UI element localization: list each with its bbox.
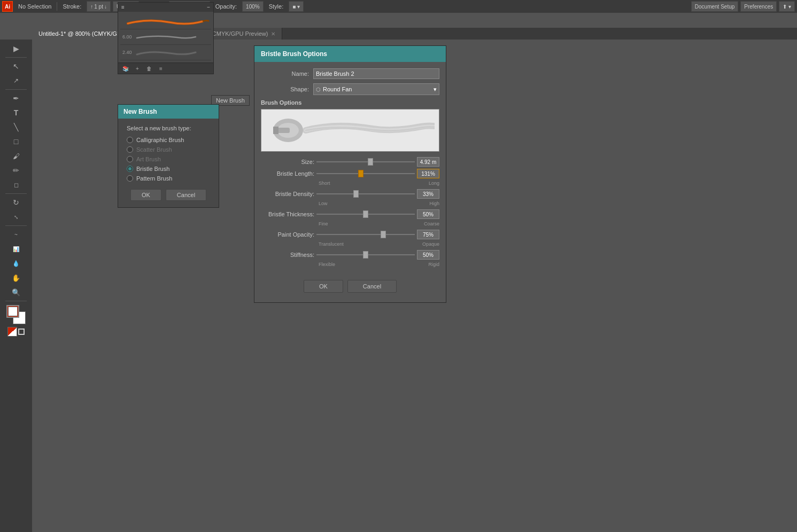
bristle-density-hint-left: Low [319, 201, 328, 206]
brush-options-label: Brush Options [261, 99, 439, 106]
graph-tool[interactable]: 📊 [9, 242, 23, 256]
paint-opacity-hint-left: Translucent [319, 241, 344, 247]
paint-opacity-thumb[interactable] [381, 231, 386, 238]
bristle-ok-button[interactable]: OK [304, 280, 343, 293]
style-label: Style: [266, 2, 287, 11]
tab-close-studio[interactable]: ✕ [271, 31, 275, 37]
stiffness-track [316, 254, 415, 255]
opacity-value[interactable]: 100% [242, 1, 264, 12]
radio-circle-calligraphic [127, 137, 133, 143]
stiffness-slider[interactable] [316, 251, 415, 259]
brush-size-2: 6.00 [122, 34, 132, 40]
bristle-length-row: Bristle Length: 131% [261, 169, 439, 178]
selection-tool[interactable]: ↖ [9, 59, 23, 73]
new-brush-cancel-button[interactable]: Cancel [166, 189, 206, 201]
document-setup-button[interactable]: Document Setup [691, 1, 739, 12]
brush-panel-collapse[interactable]: − [207, 4, 210, 10]
brush-preview-1 [122, 15, 209, 28]
bristle-length-slider[interactable] [316, 170, 415, 177]
bristle-thickness-thumb[interactable] [363, 210, 368, 218]
brush-delete-button[interactable]: 🗑 [144, 64, 154, 73]
stiffness-value: 50% [417, 250, 439, 260]
shape-field-row: Shape: ⬡ Round Fan ▾ [261, 83, 439, 95]
style-select[interactable]: ■ ▾ [289, 1, 304, 12]
paint-opacity-label: Paint Opacity: [261, 231, 314, 238]
shape-value: Round Fan [323, 86, 352, 92]
color-indicators [6, 305, 26, 324]
brush-size-3: 2.40 [122, 50, 132, 55]
shape-dropdown-arrow: ▾ [434, 86, 437, 93]
name-input[interactable] [313, 68, 439, 79]
warp-tool[interactable]: ~ [9, 228, 23, 241]
tool-separator-4 [5, 225, 27, 226]
eyedropper-tool[interactable]: 💧 [9, 256, 23, 270]
line-tool[interactable]: ╲ [9, 120, 23, 134]
bristle-thickness-track [316, 214, 415, 215]
brush-panel-content: 6.00 2.40 [118, 12, 213, 62]
bristle-dialog-buttons: OK Cancel [261, 275, 439, 296]
none-indicator[interactable] [18, 328, 25, 335]
bristle-density-slider[interactable] [316, 190, 415, 198]
bristle-brush-dialog: Bristle Brush Options Name: Shape: ⬡ Rou… [254, 45, 446, 303]
bristle-length-thumb[interactable] [358, 170, 363, 177]
stiffness-label: Stiffness: [261, 252, 314, 258]
radio-bristle[interactable]: Bristle Brush [127, 166, 210, 172]
direct-selection-tool[interactable]: ↗ [9, 74, 23, 88]
type-tool[interactable]: T [9, 106, 23, 120]
foreground-color[interactable] [6, 305, 19, 318]
app-logo: Ai [2, 1, 13, 12]
preferences-button[interactable]: Preferences [740, 1, 777, 12]
brush-panel-header: ≡ − [118, 3, 213, 12]
bristle-length-hint-left: Short [319, 181, 330, 186]
brush-options-button[interactable]: ≡ [156, 64, 166, 73]
bristle-cancel-button[interactable]: Cancel [347, 280, 397, 293]
size-thumb[interactable] [368, 158, 373, 166]
bristle-thickness-slider[interactable] [316, 210, 415, 218]
radio-label-calligraphic: Calligraphic Brush [136, 137, 184, 143]
scale-tool[interactable]: ⤡ [9, 210, 23, 224]
zoom-tool[interactable]: 🔍 [9, 285, 23, 299]
stiffness-thumb[interactable] [363, 251, 368, 259]
selection-indicator: No Selection [15, 2, 55, 11]
radio-label-bristle: Bristle Brush [136, 166, 169, 172]
radio-calligraphic[interactable]: Calligraphic Brush [127, 137, 210, 143]
brush-item-2[interactable]: 6.00 [120, 29, 211, 45]
bristle-thickness-hint-right: Coarse [424, 221, 439, 226]
brush-new-button[interactable]: + [132, 64, 143, 73]
radio-pattern[interactable]: Pattern Brush [127, 175, 210, 182]
stiffness-hint-left: Flexible [319, 262, 335, 267]
pencil-tool[interactable]: ✏ [9, 163, 23, 177]
eraser-tool[interactable]: ◻ [9, 178, 23, 192]
radio-circle-art [127, 156, 133, 162]
play-button[interactable]: ▶ [9, 42, 23, 56]
bristle-density-thumb[interactable] [353, 190, 359, 198]
share-button[interactable]: ⬆ ▾ [779, 1, 795, 12]
rect-tool[interactable]: □ [9, 135, 23, 148]
brush-preview-box [261, 109, 439, 152]
tool-separator-5 [5, 301, 27, 301]
paint-opacity-value: 75% [417, 230, 439, 239]
left-toolbar: ▶ ↖ ↗ ✒ T ╲ □ 🖌 ✏ ◻ ↻ ⤡ ~ 📊 💧 ✋ 🔍 [0, 40, 32, 532]
size-slider[interactable] [316, 158, 415, 166]
paint-opacity-track [316, 234, 415, 235]
bristle-density-track [316, 193, 415, 194]
paintbrush-tool[interactable]: 🖌 [9, 149, 23, 163]
paint-opacity-row: Paint Opacity: 75% [261, 230, 439, 239]
new-brush-ok-button[interactable]: OK [130, 189, 161, 201]
new-brush-dialog: New Brush Select a new brush type: Calli… [118, 104, 219, 208]
brush-item-1[interactable] [120, 14, 211, 29]
shape-select[interactable]: ⬡ Round Fan ▾ [313, 83, 439, 95]
radio-circle-scatter [127, 146, 133, 153]
rotate-tool[interactable]: ↻ [9, 195, 23, 209]
brush-lib-button[interactable]: 📚 [120, 64, 131, 73]
fill-stroke-toggle[interactable] [7, 327, 17, 337]
bristle-dialog-body: Name: Shape: ⬡ Round Fan ▾ Brush Options [254, 62, 446, 302]
fg-color-inner [8, 307, 18, 316]
paint-opacity-slider[interactable] [316, 231, 415, 238]
pen-tool[interactable]: ✒ [9, 91, 23, 105]
radio-label-scatter: Scatter Brush [136, 146, 172, 153]
brush-panel-title: ≡ [121, 4, 125, 10]
hand-tool[interactable]: ✋ [9, 271, 23, 285]
stroke-value[interactable]: ↑1 pt↓ [87, 1, 111, 12]
brush-item-3[interactable]: 2.40 [120, 45, 211, 60]
